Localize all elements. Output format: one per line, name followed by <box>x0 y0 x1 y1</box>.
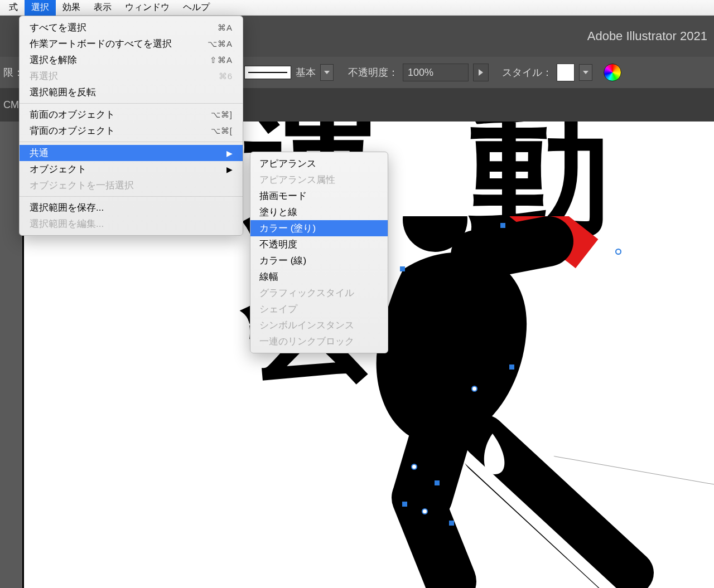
anchor-point[interactable] <box>509 365 514 370</box>
anchor-handle[interactable] <box>471 386 477 392</box>
menu-item-label: オブジェクト <box>30 163 86 176</box>
submenu-item-graphic-style: グラフィックスタイル <box>250 285 388 301</box>
menu-item-label: 一連のリンクブロック <box>259 335 354 348</box>
menu-item-label: シンボルインスタンス <box>259 319 354 332</box>
menu-item-reselect: 再選択 ⌘6 <box>20 68 243 84</box>
menu-item-label: 背面のオブジェクト <box>30 124 115 137</box>
menu-item-label: アピアランス属性 <box>259 173 335 186</box>
app-title: Adobe Illustrator 2021 <box>587 29 707 43</box>
submenu-item-symbol-instance: シンボルインスタンス <box>250 317 388 333</box>
stroke-label: 基本 <box>296 66 316 79</box>
anchor-point[interactable] <box>402 502 407 507</box>
anchor-handle[interactable] <box>411 464 417 470</box>
menu-item-label: 選択範囲を反転 <box>30 86 96 99</box>
anchor-handle[interactable] <box>422 508 428 514</box>
menu-item-label: 再選択 <box>30 70 58 82</box>
menu-item-edit-selection: 選択範囲を編集... <box>20 216 243 232</box>
menubar-item[interactable]: ウィンドウ <box>118 0 176 16</box>
menu-item-label: カラー (線) <box>259 254 306 267</box>
pictogram-svg <box>342 216 714 588</box>
menu-shortcut: ⌘A <box>218 23 233 33</box>
anchor-point[interactable] <box>435 480 440 485</box>
style-label: スタイル： <box>502 66 552 79</box>
menubar-item[interactable]: ヘルプ <box>176 0 216 16</box>
anchor-handle[interactable] <box>615 249 621 255</box>
submenu-item-appearance-attr: アピアランス属性 <box>250 172 388 188</box>
menu-item-label: 選択を解除 <box>30 54 77 66</box>
menu-item-next-above[interactable]: 前面のオブジェクト ⌥⌘] <box>20 106 243 123</box>
menubar-item[interactable]: 式 <box>2 0 25 16</box>
menu-shortcut: ⌥⌘A <box>208 39 233 49</box>
menu-item-label: 描画モード <box>259 189 307 202</box>
menu-shortcut: ⌥⌘[ <box>211 126 233 136</box>
menu-item-select-artboard[interactable]: 作業アートボードのすべてを選択 ⌥⌘A <box>20 36 243 52</box>
submenu-item-link-block: 一連のリンクブロック <box>250 333 388 349</box>
menu-item-label: カラー (塗り) <box>259 222 316 235</box>
anchor-point[interactable] <box>500 223 505 228</box>
pictogram-runner[interactable] <box>342 216 714 588</box>
menu-item-label: 線幅 <box>259 270 278 283</box>
menu-shortcut: ⌘6 <box>219 71 233 81</box>
menu-item-next-below[interactable]: 背面のオブジェクト ⌥⌘[ <box>20 123 243 139</box>
submenu-item-stroke-weight[interactable]: 線幅 <box>250 269 388 285</box>
submenu-arrow-icon: ▶ <box>226 149 233 158</box>
menu-item-label: 塗りと線 <box>259 206 297 218</box>
menu-item-label: 前面のオブジェクト <box>30 108 115 121</box>
menu-item-deselect[interactable]: 選択を解除 ⇧⌘A <box>20 52 243 68</box>
opacity-value: 100% <box>408 67 433 79</box>
menu-item-label: アピアランス <box>259 157 316 170</box>
menubar-item[interactable]: 表示 <box>87 0 118 16</box>
menu-item-label: 作業アートボードのすべてを選択 <box>30 37 172 50</box>
menu-item-label: 選択範囲を編集... <box>30 217 104 230</box>
menu-separator <box>20 142 243 142</box>
submenu-item-fill-stroke[interactable]: 塗りと線 <box>250 204 388 220</box>
opacity-label: 不透明度： <box>348 66 398 79</box>
stroke-preview[interactable] <box>244 66 291 79</box>
menu-item-select-all[interactable]: すべてを選択 ⌘A <box>20 20 243 36</box>
menubar-item[interactable]: 効果 <box>56 0 87 16</box>
anchor-point[interactable] <box>400 266 405 271</box>
opacity-input[interactable]: 100% <box>403 64 469 81</box>
menu-item-label: 共通 <box>30 147 49 159</box>
menu-item-object[interactable]: オブジェクト ▶ <box>20 161 243 177</box>
submenu-item-appearance[interactable]: アピアランス <box>250 155 388 172</box>
menu-shortcut: ⇧⌘A <box>210 55 233 65</box>
chevron-right-icon <box>479 69 483 76</box>
menu-separator <box>20 103 243 104</box>
submenu-item-blend-mode[interactable]: 描画モード <box>250 188 388 204</box>
menu-item-label: オブジェクトを一括選択 <box>30 179 134 192</box>
stroke-dropdown[interactable] <box>320 64 334 81</box>
chevron-down-icon <box>583 71 588 74</box>
menu-item-label: 選択範囲を保存... <box>30 201 104 214</box>
submenu-item-fill-color[interactable]: カラー (塗り) <box>250 220 388 236</box>
submenu-same: アピアランス アピアランス属性 描画モード 塗りと線 カラー (塗り) 不透明度… <box>250 152 388 353</box>
submenu-item-shape: シェイプ <box>250 301 388 317</box>
submenu-item-opacity[interactable]: 不透明度 <box>250 236 388 252</box>
anchor-point[interactable] <box>449 521 454 526</box>
menubar-item-select[interactable]: 選択 <box>25 0 56 16</box>
opacity-dropdown[interactable] <box>473 64 489 81</box>
chevron-down-icon <box>324 71 330 74</box>
submenu-item-stroke-color[interactable]: カラー (線) <box>250 252 388 269</box>
submenu-arrow-icon: ▶ <box>226 165 233 174</box>
menu-item-label: シェイプ <box>259 303 297 315</box>
menu-item-label: すべてを選択 <box>30 21 86 34</box>
menu-item-save-selection[interactable]: 選択範囲を保存... <box>20 200 243 216</box>
menu-select: すべてを選択 ⌘A 作業アートボードのすべてを選択 ⌥⌘A 選択を解除 ⇧⌘A … <box>19 16 243 236</box>
tab-label-fragment: CM <box>3 99 19 111</box>
menu-item-label: グラフィックスタイル <box>259 286 354 299</box>
style-swatch[interactable] <box>557 64 575 81</box>
menu-item-inverse[interactable]: 選択範囲を反転 <box>20 84 243 100</box>
menu-item-global-edit: オブジェクトを一括選択 <box>20 177 243 193</box>
style-dropdown[interactable] <box>579 64 592 81</box>
menu-separator <box>20 196 243 197</box>
menu-item-same[interactable]: 共通 ▶ <box>20 145 243 161</box>
color-wheel-icon[interactable] <box>604 64 621 81</box>
menu-item-label: 不透明度 <box>259 238 297 251</box>
menu-shortcut: ⌥⌘] <box>211 110 233 120</box>
menubar: 式 選択 効果 表示 ウィンドウ ヘルプ <box>0 0 714 16</box>
